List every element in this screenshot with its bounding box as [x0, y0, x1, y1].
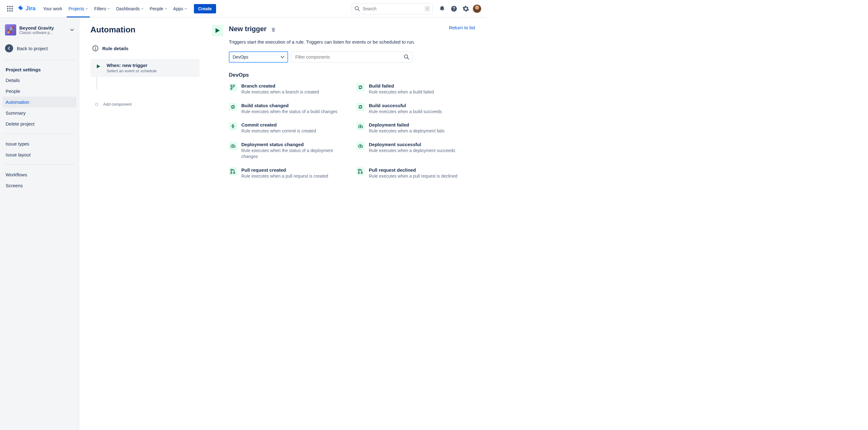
nav-apps[interactable]: Apps	[170, 0, 190, 17]
add-dot-icon	[95, 103, 98, 106]
trigger-deployment-successful[interactable]: Deployment successfulRule executes when …	[356, 142, 475, 160]
settings-icon[interactable]	[461, 4, 471, 14]
cloud-icon	[356, 122, 365, 130]
trigger-deployment-status-changed[interactable]: Deployment status changedRule executes w…	[229, 142, 348, 160]
search-shortcut: /	[425, 6, 430, 11]
notifications-icon[interactable]	[437, 4, 447, 14]
project-type: Classic software p...	[19, 31, 67, 35]
svg-point-19	[95, 47, 96, 47]
sidebar-item-people[interactable]: People	[2, 86, 76, 97]
create-button[interactable]: Create	[194, 4, 216, 13]
search-input-wrap[interactable]: /	[352, 3, 433, 14]
sidebar-item-delete-project[interactable]: Delete project	[2, 119, 76, 129]
info-icon	[92, 45, 98, 52]
pr-icon	[356, 167, 365, 175]
sidebar-item-summary[interactable]: Summary	[2, 107, 76, 119]
pr-icon	[229, 167, 237, 175]
category-select[interactable]: DevOps	[229, 52, 288, 63]
add-component-link[interactable]: Add component	[90, 102, 199, 106]
sidebar-heading-project-settings: Project settings	[2, 65, 76, 75]
search-input[interactable]	[360, 6, 425, 11]
chevron-down-icon	[281, 55, 284, 59]
svg-rect-14	[9, 10, 10, 11]
project-sidebar: 🚀 Beyond Gravity Classic software p... B…	[0, 18, 79, 430]
branch-icon	[229, 83, 237, 91]
search-icon	[354, 6, 360, 11]
trigger-category-heading: DevOps	[229, 72, 475, 78]
trigger-title: New trigger	[229, 25, 267, 33]
cloud-icon	[229, 142, 237, 150]
cycle-icon	[229, 103, 237, 111]
svg-point-16	[355, 6, 359, 10]
nav-links: Your workProjectsFiltersDashboardsPeople…	[40, 0, 190, 17]
svg-rect-10	[7, 8, 8, 9]
trigger-commit-created[interactable]: Commit createdRule executes when commit …	[229, 122, 348, 134]
svg-rect-15	[11, 10, 13, 11]
trigger-pull-request-declined[interactable]: Pull request declinedRule executes when …	[356, 167, 475, 179]
help-icon[interactable]	[449, 4, 459, 14]
sidebar-item-automation[interactable]: Automation	[2, 97, 76, 107]
nav-people[interactable]: People	[147, 0, 170, 17]
delete-trigger-icon[interactable]	[271, 27, 276, 33]
svg-rect-11	[9, 8, 10, 9]
svg-rect-13	[7, 10, 8, 11]
project-header[interactable]: 🚀 Beyond Gravity Classic software p...	[2, 23, 76, 40]
back-arrow-icon	[5, 44, 13, 52]
sidebar-item-workflows[interactable]: Workflows	[2, 169, 76, 180]
svg-rect-8	[9, 6, 10, 7]
user-avatar[interactable]	[473, 4, 482, 13]
filter-components-input[interactable]	[294, 54, 404, 60]
svg-point-20	[404, 55, 408, 58]
svg-rect-9	[11, 6, 13, 7]
back-to-project-link[interactable]: Back to project	[2, 41, 76, 56]
sidebar-item-issue-layout[interactable]: Issue layout	[2, 149, 76, 160]
search-icon	[404, 54, 409, 60]
play-icon	[212, 25, 223, 36]
rule-step-trigger[interactable]: When: new trigger Select an event or sch…	[90, 59, 199, 77]
sidebar-item-details[interactable]: Details	[2, 75, 76, 86]
chevron-down-icon[interactable]	[70, 28, 74, 32]
rule-details-link[interactable]: Rule details	[90, 42, 199, 55]
nav-dashboards[interactable]: Dashboards	[113, 0, 147, 17]
cycle-icon	[356, 103, 365, 111]
trigger-description: Triggers start the execution of a rule. …	[229, 39, 475, 44]
project-name: Beyond Gravity	[19, 25, 67, 31]
commit-icon	[229, 122, 237, 130]
nav-projects[interactable]: Projects	[65, 0, 91, 17]
cycle-icon	[356, 83, 365, 91]
sidebar-item-screens[interactable]: Screens	[2, 180, 76, 191]
page-title: Automation	[90, 25, 135, 35]
trigger-deployment-failed[interactable]: Deployment failedRule executes when a de…	[356, 122, 475, 134]
project-avatar: 🚀	[5, 24, 16, 35]
cloud-icon	[356, 142, 365, 150]
trigger-branch-created[interactable]: Branch createdRule executes when a branc…	[229, 83, 348, 95]
jira-logo[interactable]: Jira	[17, 5, 35, 12]
trigger-build-failed[interactable]: Build failedRule executes when a build f…	[356, 83, 475, 95]
return-to-list-link[interactable]: Return to list	[449, 25, 475, 30]
main-content: Automation Rule details When: new trigge…	[79, 18, 486, 430]
svg-rect-12	[11, 8, 13, 9]
filter-components-input-wrap[interactable]	[291, 52, 413, 63]
trigger-build-successful[interactable]: Build successfulRule executes when a bui…	[356, 103, 475, 115]
trigger-pull-request-created[interactable]: Pull request createdRule executes when a…	[229, 167, 348, 179]
nav-your-work[interactable]: Your work	[40, 0, 65, 17]
svg-rect-7	[7, 6, 8, 7]
play-icon	[95, 63, 102, 70]
trigger-build-status-changed[interactable]: Build status changedRule executes when t…	[229, 103, 348, 115]
nav-filters[interactable]: Filters	[91, 0, 113, 17]
sidebar-item-issue-types[interactable]: Issue types	[2, 138, 76, 149]
top-nav: Jira Your workProjectsFiltersDashboardsP…	[0, 0, 486, 18]
product-name: Jira	[26, 5, 35, 12]
app-switcher-icon[interactable]	[5, 4, 15, 14]
